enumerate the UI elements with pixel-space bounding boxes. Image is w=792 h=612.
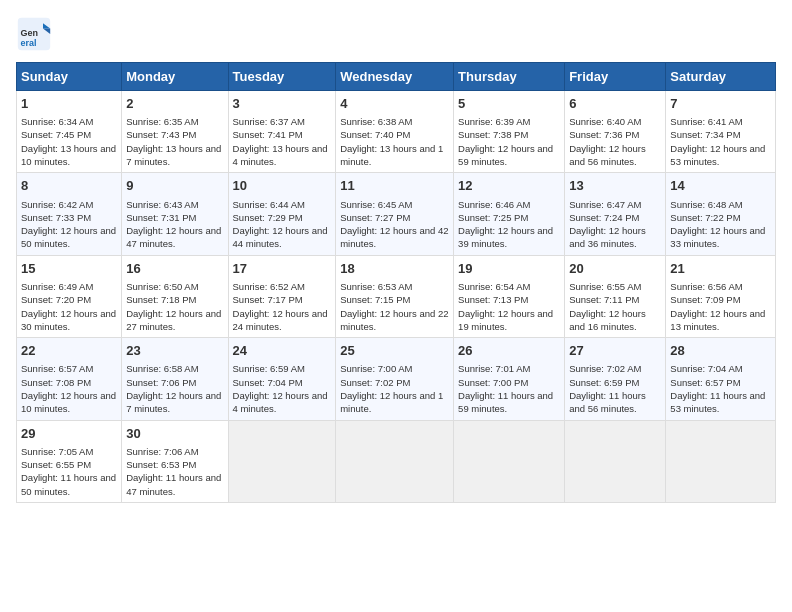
- day-cell: [565, 420, 666, 502]
- day-cell: 9 Sunrise: 6:43 AM Sunset: 7:31 PM Dayli…: [122, 173, 228, 255]
- day-cell: 10 Sunrise: 6:44 AM Sunset: 7:29 PM Dayl…: [228, 173, 336, 255]
- column-header-sunday: Sunday: [17, 63, 122, 91]
- day-number: 24: [233, 342, 332, 360]
- day-info: Sunrise: 6:41 AM Sunset: 7:34 PM Dayligh…: [670, 115, 771, 168]
- header-row: SundayMondayTuesdayWednesdayThursdayFrid…: [17, 63, 776, 91]
- day-cell: 3 Sunrise: 6:37 AM Sunset: 7:41 PM Dayli…: [228, 91, 336, 173]
- day-cell: 13 Sunrise: 6:47 AM Sunset: 7:24 PM Dayl…: [565, 173, 666, 255]
- day-info: Sunrise: 6:48 AM Sunset: 7:22 PM Dayligh…: [670, 198, 771, 251]
- day-cell: 21 Sunrise: 6:56 AM Sunset: 7:09 PM Dayl…: [666, 255, 776, 337]
- day-cell: [666, 420, 776, 502]
- page-header: Gen eral: [16, 16, 776, 52]
- day-info: Sunrise: 6:47 AM Sunset: 7:24 PM Dayligh…: [569, 198, 661, 251]
- day-number: 10: [233, 177, 332, 195]
- day-info: Sunrise: 6:46 AM Sunset: 7:25 PM Dayligh…: [458, 198, 560, 251]
- day-number: 12: [458, 177, 560, 195]
- day-info: Sunrise: 6:43 AM Sunset: 7:31 PM Dayligh…: [126, 198, 223, 251]
- week-row-5: 29 Sunrise: 7:05 AM Sunset: 6:55 PM Dayl…: [17, 420, 776, 502]
- day-cell: 1 Sunrise: 6:34 AM Sunset: 7:45 PM Dayli…: [17, 91, 122, 173]
- day-number: 29: [21, 425, 117, 443]
- day-cell: 5 Sunrise: 6:39 AM Sunset: 7:38 PM Dayli…: [454, 91, 565, 173]
- day-cell: 20 Sunrise: 6:55 AM Sunset: 7:11 PM Dayl…: [565, 255, 666, 337]
- day-cell: 24 Sunrise: 6:59 AM Sunset: 7:04 PM Dayl…: [228, 338, 336, 420]
- day-number: 14: [670, 177, 771, 195]
- day-number: 11: [340, 177, 449, 195]
- week-row-1: 1 Sunrise: 6:34 AM Sunset: 7:45 PM Dayli…: [17, 91, 776, 173]
- day-info: Sunrise: 6:50 AM Sunset: 7:18 PM Dayligh…: [126, 280, 223, 333]
- day-cell: 15 Sunrise: 6:49 AM Sunset: 7:20 PM Dayl…: [17, 255, 122, 337]
- day-info: Sunrise: 6:57 AM Sunset: 7:08 PM Dayligh…: [21, 362, 117, 415]
- day-cell: 2 Sunrise: 6:35 AM Sunset: 7:43 PM Dayli…: [122, 91, 228, 173]
- week-row-2: 8 Sunrise: 6:42 AM Sunset: 7:33 PM Dayli…: [17, 173, 776, 255]
- day-cell: 17 Sunrise: 6:52 AM Sunset: 7:17 PM Dayl…: [228, 255, 336, 337]
- calendar-header: SundayMondayTuesdayWednesdayThursdayFrid…: [17, 63, 776, 91]
- column-header-friday: Friday: [565, 63, 666, 91]
- day-cell: 22 Sunrise: 6:57 AM Sunset: 7:08 PM Dayl…: [17, 338, 122, 420]
- day-info: Sunrise: 7:05 AM Sunset: 6:55 PM Dayligh…: [21, 445, 117, 498]
- calendar-table: SundayMondayTuesdayWednesdayThursdayFrid…: [16, 62, 776, 503]
- day-info: Sunrise: 6:35 AM Sunset: 7:43 PM Dayligh…: [126, 115, 223, 168]
- day-cell: 23 Sunrise: 6:58 AM Sunset: 7:06 PM Dayl…: [122, 338, 228, 420]
- day-number: 15: [21, 260, 117, 278]
- svg-text:eral: eral: [21, 38, 37, 48]
- week-row-4: 22 Sunrise: 6:57 AM Sunset: 7:08 PM Dayl…: [17, 338, 776, 420]
- day-info: Sunrise: 6:40 AM Sunset: 7:36 PM Dayligh…: [569, 115, 661, 168]
- calendar-body: 1 Sunrise: 6:34 AM Sunset: 7:45 PM Dayli…: [17, 91, 776, 503]
- day-info: Sunrise: 6:37 AM Sunset: 7:41 PM Dayligh…: [233, 115, 332, 168]
- day-cell: [228, 420, 336, 502]
- day-number: 16: [126, 260, 223, 278]
- day-cell: 26 Sunrise: 7:01 AM Sunset: 7:00 PM Dayl…: [454, 338, 565, 420]
- day-cell: 27 Sunrise: 7:02 AM Sunset: 6:59 PM Dayl…: [565, 338, 666, 420]
- day-info: Sunrise: 7:01 AM Sunset: 7:00 PM Dayligh…: [458, 362, 560, 415]
- day-number: 23: [126, 342, 223, 360]
- day-info: Sunrise: 6:49 AM Sunset: 7:20 PM Dayligh…: [21, 280, 117, 333]
- day-number: 1: [21, 95, 117, 113]
- day-info: Sunrise: 6:42 AM Sunset: 7:33 PM Dayligh…: [21, 198, 117, 251]
- day-number: 7: [670, 95, 771, 113]
- day-number: 20: [569, 260, 661, 278]
- day-cell: 29 Sunrise: 7:05 AM Sunset: 6:55 PM Dayl…: [17, 420, 122, 502]
- day-number: 9: [126, 177, 223, 195]
- day-number: 19: [458, 260, 560, 278]
- day-number: 25: [340, 342, 449, 360]
- logo-icon: Gen eral: [16, 16, 52, 52]
- day-cell: 19 Sunrise: 6:54 AM Sunset: 7:13 PM Dayl…: [454, 255, 565, 337]
- day-number: 30: [126, 425, 223, 443]
- day-info: Sunrise: 7:00 AM Sunset: 7:02 PM Dayligh…: [340, 362, 449, 415]
- day-info: Sunrise: 6:59 AM Sunset: 7:04 PM Dayligh…: [233, 362, 332, 415]
- day-cell: 18 Sunrise: 6:53 AM Sunset: 7:15 PM Dayl…: [336, 255, 454, 337]
- day-cell: [336, 420, 454, 502]
- day-cell: 25 Sunrise: 7:00 AM Sunset: 7:02 PM Dayl…: [336, 338, 454, 420]
- day-cell: 11 Sunrise: 6:45 AM Sunset: 7:27 PM Dayl…: [336, 173, 454, 255]
- day-number: 17: [233, 260, 332, 278]
- day-number: 27: [569, 342, 661, 360]
- day-cell: 7 Sunrise: 6:41 AM Sunset: 7:34 PM Dayli…: [666, 91, 776, 173]
- day-info: Sunrise: 6:52 AM Sunset: 7:17 PM Dayligh…: [233, 280, 332, 333]
- day-info: Sunrise: 7:02 AM Sunset: 6:59 PM Dayligh…: [569, 362, 661, 415]
- column-header-tuesday: Tuesday: [228, 63, 336, 91]
- day-info: Sunrise: 6:55 AM Sunset: 7:11 PM Dayligh…: [569, 280, 661, 333]
- day-number: 22: [21, 342, 117, 360]
- day-cell: 16 Sunrise: 6:50 AM Sunset: 7:18 PM Dayl…: [122, 255, 228, 337]
- day-cell: [454, 420, 565, 502]
- day-number: 28: [670, 342, 771, 360]
- day-number: 2: [126, 95, 223, 113]
- day-info: Sunrise: 6:44 AM Sunset: 7:29 PM Dayligh…: [233, 198, 332, 251]
- day-cell: 12 Sunrise: 6:46 AM Sunset: 7:25 PM Dayl…: [454, 173, 565, 255]
- day-number: 21: [670, 260, 771, 278]
- day-info: Sunrise: 6:34 AM Sunset: 7:45 PM Dayligh…: [21, 115, 117, 168]
- day-number: 8: [21, 177, 117, 195]
- day-info: Sunrise: 6:39 AM Sunset: 7:38 PM Dayligh…: [458, 115, 560, 168]
- day-number: 26: [458, 342, 560, 360]
- day-info: Sunrise: 7:06 AM Sunset: 6:53 PM Dayligh…: [126, 445, 223, 498]
- day-cell: 6 Sunrise: 6:40 AM Sunset: 7:36 PM Dayli…: [565, 91, 666, 173]
- day-info: Sunrise: 7:04 AM Sunset: 6:57 PM Dayligh…: [670, 362, 771, 415]
- day-info: Sunrise: 6:54 AM Sunset: 7:13 PM Dayligh…: [458, 280, 560, 333]
- day-cell: 30 Sunrise: 7:06 AM Sunset: 6:53 PM Dayl…: [122, 420, 228, 502]
- svg-text:Gen: Gen: [21, 28, 39, 38]
- day-number: 5: [458, 95, 560, 113]
- column-header-saturday: Saturday: [666, 63, 776, 91]
- day-cell: 28 Sunrise: 7:04 AM Sunset: 6:57 PM Dayl…: [666, 338, 776, 420]
- day-number: 18: [340, 260, 449, 278]
- column-header-thursday: Thursday: [454, 63, 565, 91]
